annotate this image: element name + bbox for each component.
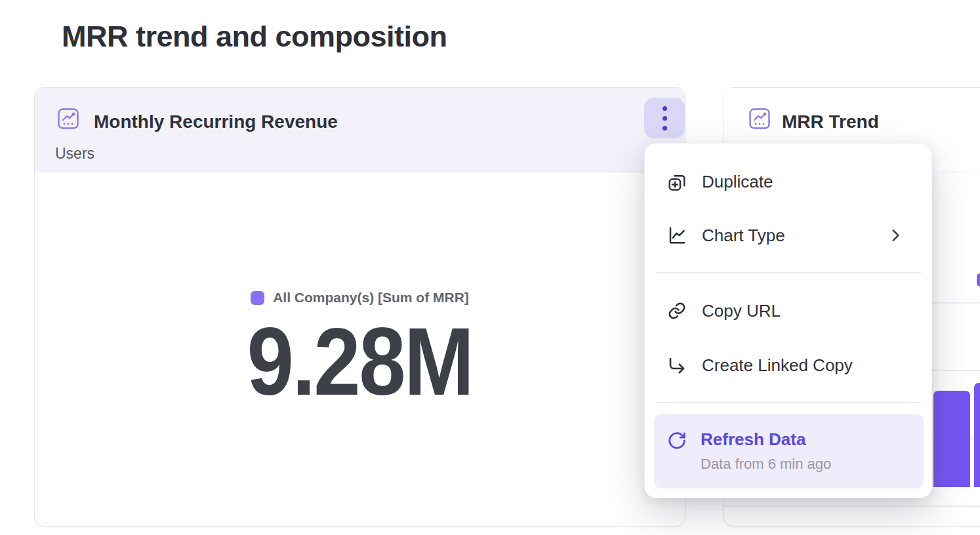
menu-item-label: Create Linked Copy [702, 355, 853, 376]
menu-item-label: Refresh Data [701, 429, 806, 450]
card-menu-button[interactable] [644, 98, 685, 138]
menu-item-refresh-data[interactable]: Refresh Data Data from 6 min ago [654, 414, 924, 488]
menu-item-label: Duplicate [702, 172, 773, 192]
kpi-value: 9.28M [247, 314, 473, 410]
corner-down-right-icon [667, 355, 687, 375]
trend-card-title: MRR Trend [782, 111, 879, 132]
duplicate-icon [667, 172, 687, 191]
menu-divider [655, 272, 921, 273]
chart-card-icon [57, 108, 79, 130]
mrr-card-header: Monthly Recurring Revenue Users [35, 88, 685, 172]
kebab-dot [663, 126, 667, 130]
chart-card-icon [748, 108, 771, 130]
menu-item-label: Copy URL [702, 301, 781, 321]
menu-item-create-linked-copy[interactable]: Create Linked Copy [654, 338, 924, 392]
card-context-menu: Duplicate Chart Type [644, 143, 932, 498]
chevron-right-icon [887, 227, 904, 244]
refresh-icon [667, 431, 687, 450]
legend-label: All Company(s) [Sum of MRR] [273, 290, 469, 306]
mrr-kpi-card: Monthly Recurring Revenue Users All Comp… [34, 87, 685, 526]
menu-item-label: Chart Type [702, 226, 785, 246]
chart-type-icon [667, 226, 687, 245]
page-title: MRR trend and composition [62, 20, 447, 54]
menu-divider [655, 402, 921, 403]
mrr-card-subtitle: Users [55, 145, 94, 163]
refresh-status-text: Data from 6 min ago [701, 456, 831, 473]
mrr-card-title: Monthly Recurring Revenue [94, 111, 338, 132]
kebab-dot [663, 116, 667, 121]
trend-bar[interactable] [933, 391, 970, 487]
kebab-dot [663, 106, 667, 111]
menu-item-chart-type[interactable]: Chart Type [654, 208, 924, 262]
legend-swatch [251, 291, 264, 305]
kpi-legend[interactable]: All Company(s) [Sum of MRR] [251, 290, 469, 306]
trend-legend-swatch[interactable] [977, 273, 980, 287]
link-icon [667, 301, 687, 321]
kpi-body: All Company(s) [Sum of MRR] 9.28M [35, 173, 685, 410]
dashboard-page: MRR trend and composition Monthly Recurr… [0, 0, 980, 535]
trend-bar[interactable] [974, 383, 980, 487]
gridline [724, 505, 980, 507]
menu-item-copy-url[interactable]: Copy URL [654, 284, 924, 338]
menu-item-duplicate[interactable]: Duplicate [654, 155, 924, 208]
